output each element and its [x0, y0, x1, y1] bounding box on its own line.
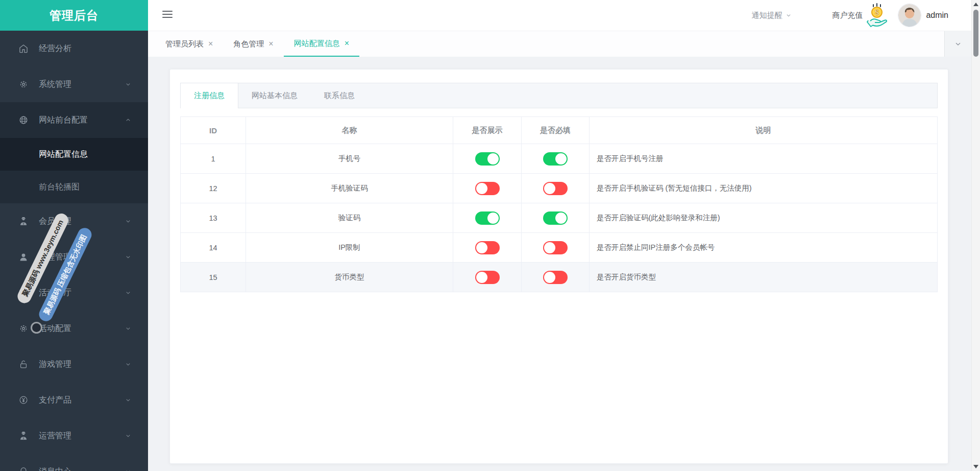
cell-description: 是否开启手机验证码 (暂无短信接口，无法使用): [590, 174, 938, 203]
toggle-knob: [476, 183, 487, 194]
card-tab[interactable]: 注册信息: [181, 83, 238, 108]
sidebar-item-2[interactable]: 系统管理: [0, 66, 148, 102]
page-tab-label: 管理员列表: [165, 39, 204, 49]
toggle-knob: [544, 242, 555, 253]
toggle-show[interactable]: [475, 241, 500, 254]
column-header: 名称: [246, 117, 453, 144]
scrollbar[interactable]: [971, 0, 980, 471]
cell-id: 15: [181, 263, 246, 292]
cell-name: IP限制: [246, 233, 453, 263]
gear-icon: [18, 79, 29, 89]
sidebar-item-label: 支付产品: [39, 395, 71, 406]
close-tab-icon[interactable]: ×: [208, 40, 213, 48]
tabs-more-button[interactable]: [944, 31, 971, 57]
bell-icon: [18, 466, 29, 471]
chevron-down-icon: [125, 289, 132, 296]
close-tab-icon[interactable]: ×: [268, 40, 273, 48]
toggle-required[interactable]: [543, 271, 568, 284]
notice-dropdown[interactable]: 通知提醒: [751, 11, 792, 20]
toggle-show[interactable]: [475, 271, 500, 284]
sidebar-item-1[interactable]: 经营分析: [0, 31, 148, 66]
column-header: 是否展示: [453, 117, 522, 144]
toggle-required[interactable]: [543, 211, 568, 225]
card-tab[interactable]: 联系信息: [311, 83, 368, 108]
sidebar-subitem-label: 网站配置信息: [39, 149, 88, 160]
page-tabs-strip: 管理员列表×角色管理×网站配置信息×: [148, 31, 971, 57]
content-area: 注册信息网站基本信息联系信息 ID名称是否展示是否必填说明 1手机号是否开启手机…: [148, 57, 971, 471]
username-label[interactable]: admin: [926, 11, 948, 20]
cell-id: 12: [181, 174, 246, 203]
config-card: 注册信息网站基本信息联系信息 ID名称是否展示是否必填说明 1手机号是否开启手机…: [169, 69, 948, 464]
chevron-down-icon: [125, 325, 132, 332]
sidebar-subitem-label: 前台轮播图: [39, 182, 80, 193]
cell-name: 手机号: [246, 144, 453, 174]
chevron-down-icon: [125, 253, 132, 261]
sidebar-item-10[interactable]: 运营管理: [0, 418, 148, 454]
toggle-show[interactable]: [475, 211, 500, 225]
sidebar-item-7[interactable]: 活动配置: [0, 311, 148, 346]
chevron-down-icon: [785, 12, 792, 19]
sidebar-item-3[interactable]: 网站前台配置: [0, 102, 148, 138]
scroll-up-arrow-icon[interactable]: [973, 3, 978, 6]
cell-id: 1: [181, 144, 246, 174]
sidebar-item-label: 游戏管理: [39, 359, 71, 370]
lock-icon: [18, 359, 29, 369]
notice-label: 通知提醒: [751, 11, 782, 20]
hamburger-menu-icon[interactable]: [162, 11, 173, 19]
gear-icon: [18, 323, 29, 334]
sidebar-item-label: 网站前台配置: [39, 115, 88, 126]
watermark-dot: [31, 322, 42, 334]
topbar: 通知提醒 商户充值 $: [148, 0, 980, 31]
sidebar-item-9[interactable]: 支付产品: [0, 382, 148, 418]
topbar-right: 通知提醒 商户充值 $: [751, 0, 948, 31]
cell-description: 是否开启货币类型: [590, 263, 938, 292]
toggle-knob: [555, 213, 567, 224]
toggle-knob: [476, 242, 487, 253]
sidebar-item-11[interactable]: 消息中心: [0, 454, 148, 471]
admin-backend-screen: 管理后台 经营分析系统管理网站前台配置网站配置信息前台轮播图会员管理代理管理活动…: [0, 0, 980, 471]
toggle-knob: [544, 272, 555, 283]
table-row: 14IP限制是否开启禁止同IP注册多个会员帐号: [181, 233, 938, 263]
coin-hand-icon: $: [867, 3, 887, 28]
sidebar-subitem[interactable]: 前台轮播图: [0, 171, 148, 203]
card-tab[interactable]: 网站基本信息: [238, 83, 311, 108]
column-header: 说明: [590, 117, 938, 144]
toggle-show[interactable]: [475, 182, 500, 195]
cell-name: 货币类型: [246, 263, 453, 292]
sidebar-item-label: 系统管理: [39, 79, 71, 90]
sidebar-group-expanded: 网站前台配置网站配置信息前台轮播图: [0, 102, 148, 203]
cell-description: 是否开启验证码(此处影响登录和注册): [590, 203, 938, 233]
sidebar-item-label: 活动配置: [39, 323, 71, 334]
cell-id: 14: [181, 233, 246, 263]
chevron-down-icon: [125, 81, 132, 88]
chevron-down-icon: [125, 218, 132, 225]
page-tab-label: 角色管理: [233, 39, 264, 49]
table-row: 15货币类型是否开启货币类型: [181, 263, 938, 292]
merchant-recharge-button[interactable]: 商户充值 $: [832, 3, 887, 28]
scrollbar-thumb[interactable]: [973, 10, 978, 57]
sidebar-item-4[interactable]: 会员管理: [0, 203, 148, 239]
chevron-down-icon: [125, 432, 132, 439]
toggle-required[interactable]: [543, 182, 568, 195]
page-tab[interactable]: 管理员列表×: [155, 31, 223, 57]
cell-description: 是否开启禁止同IP注册多个会员帐号: [590, 233, 938, 263]
yen-circle-icon: [18, 395, 29, 405]
cell-description: 是否开启手机号注册: [590, 144, 938, 174]
toggle-required[interactable]: [543, 241, 568, 254]
cell-name: 验证码: [246, 203, 453, 233]
cell-id: 13: [181, 203, 246, 233]
svg-text:$: $: [875, 8, 879, 16]
chevron-down-icon: [954, 40, 962, 48]
scroll-down-arrow-icon[interactable]: [973, 465, 978, 468]
page-tab-label: 网站配置信息: [294, 39, 340, 49]
user-avatar[interactable]: [898, 4, 921, 27]
sidebar-subitem[interactable]: 网站配置信息: [0, 138, 148, 171]
close-tab-icon[interactable]: ×: [345, 39, 349, 48]
page-tab[interactable]: 网站配置信息×: [284, 31, 359, 57]
sidebar-item-8[interactable]: 游戏管理: [0, 346, 148, 382]
toggle-knob: [487, 153, 499, 164]
toggle-show[interactable]: [475, 152, 500, 166]
page-tab[interactable]: 角色管理×: [223, 31, 283, 57]
toggle-required[interactable]: [543, 152, 568, 166]
table-row: 1手机号是否开启手机号注册: [181, 144, 938, 174]
